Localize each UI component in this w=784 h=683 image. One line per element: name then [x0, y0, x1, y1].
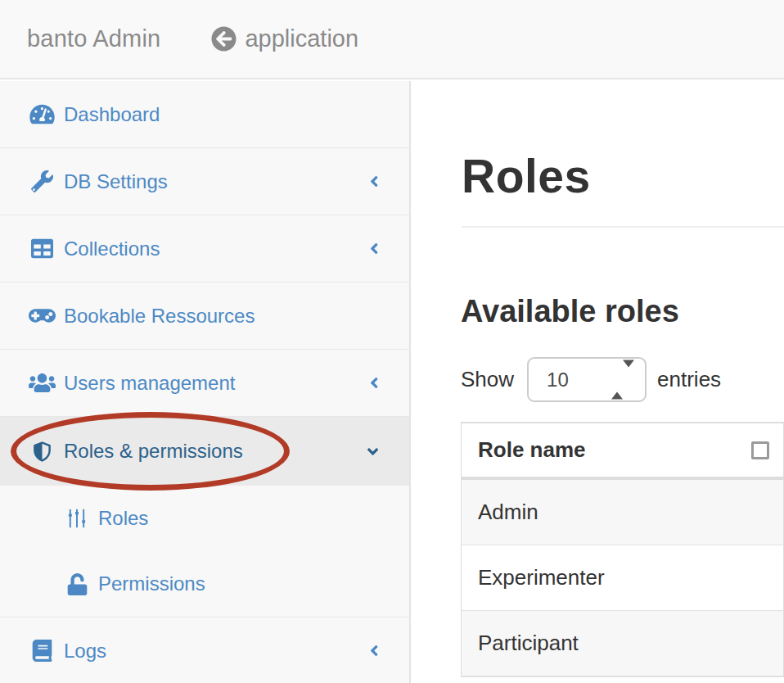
sidebar-item-logs[interactable]: Logs	[0, 617, 409, 683]
role-name-cell: Experimenter	[478, 565, 605, 590]
role-name-column-header: Role name	[478, 437, 586, 463]
sliders-icon	[65, 508, 88, 529]
gamepad-icon	[27, 305, 56, 327]
page-title: Roles	[462, 153, 591, 200]
sidebar-subitem-permissions[interactable]: Permissions	[0, 551, 409, 617]
unlock-icon	[65, 573, 88, 595]
page-length-select[interactable]: 10	[527, 357, 647, 402]
table-row-experimenter[interactable]: Experimenter	[462, 545, 783, 611]
arrow-circle-left-icon	[211, 26, 237, 52]
sidebar-submenu-roles-permissions: Roles Permissions	[0, 486, 409, 617]
select-arrows-icon	[611, 367, 634, 392]
main-content: Roles Available roles Show 10 entries Ro…	[412, 81, 784, 683]
chevron-left-icon	[370, 642, 379, 659]
back-to-application-link[interactable]: application	[211, 25, 358, 52]
table-header-row[interactable]: Role name	[462, 423, 783, 480]
back-link-label: application	[245, 25, 358, 52]
page-title-divider	[462, 226, 784, 228]
sidebar-item-label: Users management	[64, 372, 235, 395]
table-row-participant[interactable]: Participant	[462, 611, 783, 676]
sidebar-item-dashboard[interactable]: Dashboard	[0, 81, 409, 148]
shield-icon	[27, 440, 56, 464]
entries-label: entries	[657, 367, 721, 392]
brand-title[interactable]: banto Admin	[27, 25, 160, 52]
sidebar-subitem-roles[interactable]: Roles	[0, 486, 409, 551]
role-name-cell: Admin	[478, 500, 538, 525]
table-icon	[27, 237, 56, 260]
sidebar-item-label: Logs	[64, 640, 106, 663]
book-icon	[27, 640, 56, 662]
sidebar-item-label: Collections	[64, 237, 160, 260]
role-name-cell: Participant	[478, 631, 579, 656]
sidebar-item-label: Bookable Ressources	[64, 305, 255, 328]
select-all-checkbox[interactable]	[751, 441, 769, 459]
sidebar-item-collections[interactable]: Collections	[0, 215, 409, 283]
sidebar-item-db-settings[interactable]: DB Settings	[0, 148, 409, 215]
sidebar-item-label: Roles & permissions	[64, 440, 243, 463]
chevron-left-icon	[370, 374, 379, 391]
section-title: Available roles	[461, 296, 679, 327]
dashboard-icon	[27, 103, 56, 125]
sidebar-item-label: Permissions	[98, 572, 205, 595]
page-length-value: 10	[547, 369, 569, 391]
roles-table: Role name Admin Experimenter Participant	[461, 422, 784, 677]
sidebar-item-roles-permissions[interactable]: Roles & permissions	[0, 417, 409, 486]
chevron-left-icon	[370, 173, 379, 190]
sidebar-nav: Dashboard DB Settings Collections	[0, 81, 409, 683]
sidebar-item-users-management[interactable]: Users management	[0, 350, 409, 417]
sidebar-item-bookable-ressources[interactable]: Bookable Ressources	[0, 283, 409, 350]
chevron-down-icon	[367, 443, 378, 460]
sidebar-item-label: Dashboard	[64, 103, 160, 126]
sidebar-item-label: DB Settings	[64, 170, 168, 193]
users-icon	[27, 372, 56, 394]
top-header: banto Admin application	[0, 0, 784, 79]
wrench-icon	[27, 170, 56, 192]
sidebar-item-label: Roles	[98, 507, 148, 530]
show-label: Show	[461, 367, 514, 392]
sidebar: Dashboard DB Settings Collections	[0, 81, 411, 683]
table-row-admin[interactable]: Admin	[462, 480, 783, 545]
chevron-left-icon	[370, 240, 379, 257]
table-body: Admin Experimenter Participant	[462, 480, 783, 676]
table-length-control: Show 10 entries	[461, 357, 721, 402]
